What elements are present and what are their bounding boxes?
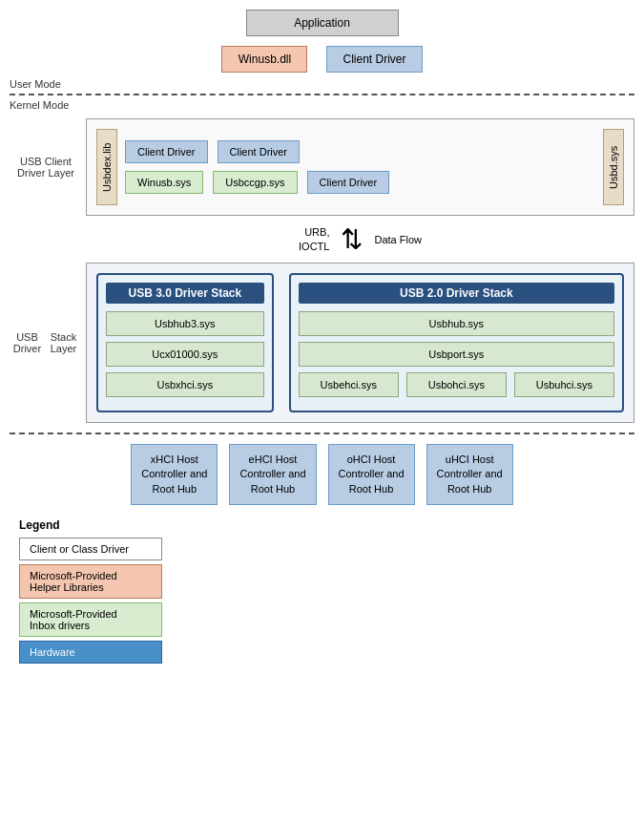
dashed-divider-1	[10, 94, 634, 95]
client-driver-inner: Usbdex.lib Client Driver Client Driver	[96, 129, 624, 205]
client-driver-top-row: Client Driver Client Driver	[125, 140, 300, 163]
app-section: Application	[10, 10, 634, 36]
urb-text: URB, IOCTL	[299, 225, 329, 255]
usb-20-stack: USB 2.0 Driver Stack Usbhub.sys Usbport.…	[289, 273, 624, 412]
usb-client-driver-layer-label: USB Client Driver Layer	[10, 118, 86, 216]
legend-client-label: Client or Class Driver	[30, 543, 129, 555]
host-controllers: xHCI HostController andRoot Hub eHCI Hos…	[10, 444, 634, 505]
legend-client-box: Client or Class Driver	[19, 538, 162, 560]
double-arrow-icon: ⇅	[341, 226, 363, 253]
ucx01000-box: Ucx01000.sys	[106, 342, 264, 367]
winusb-sys-box: Winusb.sys	[125, 171, 203, 194]
usb-20-header: USB 2.0 Driver Stack	[299, 283, 614, 304]
usbehci-box: Usbehci.sys	[299, 372, 399, 397]
usbhub-box: Usbhub.sys	[299, 311, 614, 336]
dashed-divider-2	[10, 433, 634, 434]
usb-client-section: USB Client Driver Layer Usbdex.lib Clien…	[10, 118, 634, 216]
client-driver-top-label: Client Driver	[343, 53, 405, 66]
usbxhci-box: Usbxhci.sys	[106, 372, 264, 397]
usb-30-header: USB 3.0 Driver Stack	[106, 283, 264, 304]
legend-client: Client or Class Driver	[19, 538, 625, 560]
usbdex-lib-box: Usbdex.lib	[96, 129, 117, 205]
legend-hw-label: Hardware	[30, 646, 75, 658]
winusb-sys-label: Winusb.sys	[137, 177, 191, 188]
ehci-box: eHCI HostController andRoot Hub	[229, 444, 316, 505]
usbccgp-sys-label: Usbccgp.sys	[225, 177, 284, 188]
uhci-box: uHCI HostController andRoot Hub	[426, 444, 513, 505]
kernel-mode-label: Kernel Mode	[10, 97, 634, 111]
legend-section: Legend Client or Class Driver Microsoft-…	[10, 518, 634, 664]
uhci-label: uHCI HostController andRoot Hub	[437, 454, 503, 495]
usb-driver-stack-layer-label: USB Driver Stack Layer	[10, 263, 86, 423]
mode-divider: User Mode Kernel Mode	[10, 78, 634, 111]
legend-ms-helper-label: Microsoft-ProvidedHelper Libraries	[30, 570, 117, 593]
legend-ms-inbox-box: Microsoft-ProvidedInbox drivers	[19, 602, 162, 637]
usbport-box: Usbport.sys	[299, 342, 614, 367]
legend-hw: Hardware	[19, 641, 625, 664]
diagram-container: Application Winusb.dll Client Driver Use…	[0, 0, 644, 677]
usb-driver-section: USB Driver Stack Layer USB 3.0 Driver St…	[10, 263, 634, 423]
client-driver-box-3: Client Driver	[307, 171, 390, 194]
winusb-dll-box: Winusb.dll	[221, 46, 307, 73]
client-driver-label-2: Client Driver	[230, 146, 288, 158]
winusb-row: Winusb.dll Client Driver	[10, 46, 634, 73]
driver-stacks-container: USB 3.0 Driver Stack Usbhub3.sys Ucx0100…	[86, 263, 634, 423]
client-driver-box-2: Client Driver	[218, 140, 301, 163]
ohci-label: oHCI HostController andRoot Hub	[339, 454, 405, 495]
client-driver-label-1: Client Driver	[137, 146, 196, 158]
client-driver-box-1: Client Driver	[125, 140, 208, 163]
client-driver-center: Client Driver Client Driver Winusb.sys U…	[125, 140, 595, 194]
xhci-label: xHCI HostController andRoot Hub	[141, 454, 207, 495]
legend-title: Legend	[19, 518, 625, 532]
data-flow-text: Data Flow	[374, 234, 422, 245]
usbd-sys-box: Usbd.sys	[603, 129, 624, 205]
legend-hw-box: Hardware	[19, 641, 162, 664]
usbccgp-sys-box: Usbccgp.sys	[213, 171, 297, 194]
client-driver-top-box: Client Driver	[326, 46, 422, 73]
usb-20-bottom-row: Usbehci.sys Usbohci.sys Usbuhci.sys	[299, 372, 614, 397]
usbuhci-box: Usbuhci.sys	[514, 372, 614, 397]
usb-30-stack: USB 3.0 Driver Stack Usbhub3.sys Ucx0100…	[96, 273, 274, 412]
user-mode-label: User Mode	[10, 78, 634, 92]
legend-ms-inbox-label: Microsoft-ProvidedInbox drivers	[30, 608, 117, 631]
application-box: Application	[246, 10, 399, 36]
urb-section: URB, IOCTL ⇅ Data Flow	[10, 225, 634, 255]
legend-ms-helper-box: Microsoft-ProvidedHelper Libraries	[19, 564, 162, 599]
xhci-box: xHCI HostController andRoot Hub	[131, 444, 218, 505]
client-driver-label-3: Client Driver	[320, 177, 378, 188]
ehci-label: eHCI HostController andRoot Hub	[239, 454, 305, 495]
usbdex-lib-label: Usbdex.lib	[101, 142, 113, 191]
client-driver-bottom-row: Winusb.sys Usbccgp.sys Client Driver	[125, 171, 389, 194]
application-label: Application	[294, 16, 350, 30]
usbhub3-box: Usbhub3.sys	[106, 311, 264, 336]
legend-ms-inbox: Microsoft-ProvidedInbox drivers	[19, 602, 625, 637]
legend-ms-helper: Microsoft-ProvidedHelper Libraries	[19, 564, 625, 599]
usbohci-box: Usbohci.sys	[406, 372, 507, 397]
usbd-sys-label: Usbd.sys	[608, 145, 619, 188]
client-driver-box: Usbdex.lib Client Driver Client Driver	[86, 118, 634, 216]
winusb-dll-label: Winusb.dll	[239, 53, 291, 66]
arrow-container: ⇅	[341, 226, 363, 253]
ohci-box: oHCI HostController andRoot Hub	[328, 444, 415, 505]
